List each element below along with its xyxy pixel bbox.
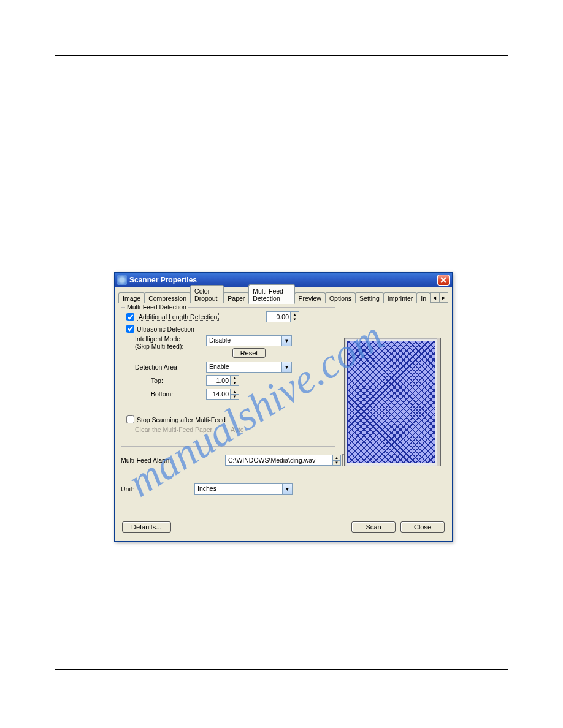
multifeed-groupbox: Multi-Feed Detection Additional Length D… bbox=[121, 307, 335, 447]
bottom-spinner[interactable]: ▲▼ bbox=[206, 389, 239, 400]
page-rule-top bbox=[55, 55, 508, 56]
detection-area-combo[interactable]: Enable ▼ bbox=[206, 362, 292, 373]
ultrasonic-label: Ultrasonic Detection bbox=[137, 325, 194, 333]
tab-options[interactable]: Options bbox=[325, 292, 356, 303]
chevron-down-icon[interactable]: ▼ bbox=[282, 362, 291, 372]
clear-paper-row: Clear the Multi-Feed Paper: Auto bbox=[126, 426, 330, 433]
groupbox-title: Multi-Feed Detection bbox=[125, 303, 188, 311]
spin-down[interactable]: ▼ bbox=[230, 395, 239, 400]
tab-preview[interactable]: Preview bbox=[294, 292, 326, 303]
close-icon bbox=[440, 277, 446, 283]
detection-area-value: Enable bbox=[207, 362, 282, 372]
defaults-button[interactable]: Defaults... bbox=[122, 521, 171, 533]
app-icon bbox=[117, 275, 127, 285]
spin-down[interactable]: ▼ bbox=[290, 317, 299, 322]
intelligent-mode-label2: (Skip Multi-feed): bbox=[135, 343, 206, 350]
additional-length-checkbox[interactable] bbox=[126, 313, 134, 321]
top-spinner[interactable]: ▲▼ bbox=[206, 375, 239, 386]
preview-scrollbar[interactable] bbox=[437, 338, 440, 466]
scanner-properties-window: Scanner Properties Image Compression Col… bbox=[114, 272, 453, 542]
clear-paper-value: Auto bbox=[231, 426, 244, 433]
reset-button[interactable]: Reset bbox=[232, 348, 266, 358]
chevron-down-icon[interactable]: ▼ bbox=[282, 484, 292, 494]
bottom-row: Bottom: ▲▼ bbox=[126, 389, 330, 400]
detection-area-row: Detection Area: Enable ▼ bbox=[126, 362, 330, 373]
spin-up[interactable]: ▲ bbox=[332, 455, 340, 461]
page-preview bbox=[347, 341, 435, 463]
tab-setting[interactable]: Setting bbox=[355, 292, 384, 303]
tab-content: Multi-Feed Detection Additional Length D… bbox=[115, 303, 452, 501]
additional-length-label: Additional Length Detection bbox=[137, 313, 219, 321]
footer-buttons: Defaults... Scan Close bbox=[115, 519, 452, 537]
chevron-down-icon[interactable]: ▼ bbox=[282, 336, 291, 346]
alarm-label: Multi-Feed Alarm: bbox=[121, 457, 225, 464]
close-dialog-button[interactable]: Close bbox=[400, 521, 445, 533]
tab-color-dropout[interactable]: Color Dropout bbox=[190, 285, 224, 303]
tab-multifeed-detection[interactable]: Multi-Feed Detection bbox=[248, 284, 294, 304]
detection-area-label: Detection Area: bbox=[126, 363, 206, 371]
alarm-path-input[interactable] bbox=[225, 455, 332, 466]
bottom-input[interactable] bbox=[207, 389, 230, 399]
intelligent-mode-label1: Intelligent Mode bbox=[135, 335, 206, 343]
tab-overflow[interactable]: In bbox=[416, 292, 431, 303]
spin-up[interactable]: ▲ bbox=[230, 389, 239, 395]
scan-button[interactable]: Scan bbox=[351, 521, 396, 533]
bottom-label: Bottom: bbox=[126, 390, 206, 398]
ultrasonic-row: Ultrasonic Detection bbox=[126, 325, 330, 333]
page-rule-bottom bbox=[55, 669, 508, 670]
additional-length-input[interactable] bbox=[267, 312, 290, 322]
preview-pane bbox=[344, 338, 441, 466]
spin-up[interactable]: ▲ bbox=[290, 312, 299, 317]
tab-scroll: ◄ ► bbox=[430, 292, 448, 303]
unit-combo[interactable]: Inches ▼ bbox=[194, 483, 293, 495]
unit-row: Unit: Inches ▼ bbox=[121, 483, 446, 495]
stop-scanning-checkbox[interactable] bbox=[126, 415, 134, 423]
unit-label: Unit: bbox=[121, 485, 194, 493]
top-label: Top: bbox=[126, 377, 206, 384]
stop-scanning-label: Stop Scanning after Multi-Feed bbox=[137, 416, 226, 423]
additional-length-row: Additional Length Detection ▲▼ bbox=[126, 311, 330, 322]
tab-paper[interactable]: Paper bbox=[223, 292, 249, 303]
tab-row: Image Compression Color Dropout Paper Mu… bbox=[118, 291, 448, 303]
ultrasonic-checkbox[interactable] bbox=[126, 325, 134, 333]
tab-scroll-left[interactable]: ◄ bbox=[430, 292, 439, 303]
additional-length-spinner[interactable]: ▲▼ bbox=[266, 311, 299, 322]
window-title: Scanner Properties bbox=[129, 276, 437, 284]
intelligent-mode-value: Disable bbox=[207, 336, 282, 346]
spin-down[interactable]: ▼ bbox=[230, 381, 239, 386]
top-row: Top: ▲▼ bbox=[126, 375, 330, 386]
clear-paper-label: Clear the Multi-Feed Paper: bbox=[126, 426, 231, 433]
intelligent-mode-combo[interactable]: Disable ▼ bbox=[206, 335, 292, 346]
spin-down[interactable]: ▼ bbox=[332, 461, 340, 466]
tab-scroll-right[interactable]: ► bbox=[439, 292, 448, 303]
top-input[interactable] bbox=[207, 376, 230, 385]
close-button[interactable] bbox=[437, 275, 450, 286]
unit-value: Inches bbox=[195, 484, 282, 494]
spin-up[interactable]: ▲ bbox=[230, 376, 239, 381]
tab-imprinter[interactable]: Imprinter bbox=[383, 292, 417, 303]
tab-compression[interactable]: Compression bbox=[144, 292, 191, 303]
stop-scanning-row: Stop Scanning after Multi-Feed bbox=[126, 415, 330, 423]
tab-image[interactable]: Image bbox=[118, 292, 145, 303]
intelligent-mode-row: Intelligent Mode (Skip Multi-feed): Disa… bbox=[126, 335, 330, 358]
